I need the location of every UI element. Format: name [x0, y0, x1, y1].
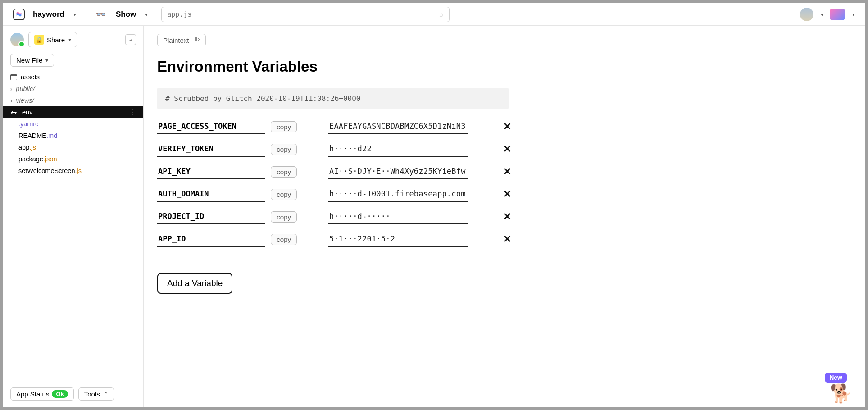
search-input[interactable]: [167, 10, 439, 18]
glasses-icon[interactable]: 👓: [96, 9, 106, 19]
status-badge: Ok: [52, 390, 68, 398]
env-var-value-input[interactable]: [328, 187, 468, 202]
env-var-name-input[interactable]: [157, 209, 265, 224]
user-avatar-2[interactable]: [830, 9, 845, 20]
chevron-right-icon: ›: [10, 86, 12, 92]
delete-var-button[interactable]: ✕: [500, 166, 515, 178]
delete-var-button[interactable]: ✕: [500, 121, 515, 132]
lock-icon: 🔒: [34, 35, 44, 45]
search-input-container[interactable]: ⌕: [161, 7, 450, 22]
chevron-right-icon: ›: [10, 97, 12, 104]
copy-button[interactable]: copy: [271, 166, 297, 178]
delete-var-button[interactable]: ✕: [500, 188, 515, 200]
new-file-label: New File: [16, 56, 42, 64]
file-menu-icon[interactable]: ⋮: [129, 109, 136, 116]
assets-icon: [10, 74, 17, 80]
env-var-row: copy✕: [157, 228, 509, 251]
file-tree: assets › public/ › views/ 🗝 .env ⋮ .yarn…: [3, 71, 143, 177]
delete-var-button[interactable]: ✕: [500, 211, 515, 223]
env-vars-list: copy✕copy✕copy✕copy✕copy✕copy✕: [157, 115, 509, 251]
env-var-name-input[interactable]: [157, 119, 265, 134]
file-yarnrc[interactable]: .yarnrc: [3, 118, 143, 130]
glitch-logo[interactable]: [13, 9, 25, 20]
env-var-row: copy✕: [157, 160, 509, 183]
key-icon: 🗝: [10, 109, 17, 116]
project-avatar[interactable]: [10, 33, 24, 46]
file-app-js[interactable]: app.js: [3, 141, 143, 153]
user-avatar-1[interactable]: [800, 8, 813, 21]
env-var-name-input[interactable]: [157, 232, 265, 247]
file-env[interactable]: 🗝 .env ⋮: [3, 106, 143, 118]
plaintext-label: Plaintext: [163, 36, 189, 44]
share-label: Share: [47, 36, 65, 44]
copy-button[interactable]: copy: [271, 234, 297, 245]
env-var-row: copy✕: [157, 183, 509, 205]
folder-public[interactable]: › public/: [3, 83, 143, 95]
env-var-row: copy✕: [157, 138, 509, 160]
env-var-name-input[interactable]: [157, 141, 265, 157]
copy-button[interactable]: copy: [271, 144, 297, 155]
env-var-row: copy✕: [157, 115, 509, 138]
page-title: Environment Variables: [157, 58, 851, 75]
file-setwelcomescreen-js[interactable]: setWelcomeScreen.js: [3, 165, 143, 177]
folder-views[interactable]: › views/: [3, 95, 143, 106]
share-button[interactable]: 🔒 Share ▾: [28, 32, 77, 47]
copy-button[interactable]: copy: [271, 121, 297, 132]
env-var-value-input[interactable]: [328, 141, 468, 157]
editor-content: Plaintext 👁 Environment Variables # Scru…: [144, 26, 865, 407]
add-variable-button[interactable]: Add a Variable: [157, 273, 232, 294]
new-file-button[interactable]: New File ▾: [10, 54, 54, 67]
copy-button[interactable]: copy: [271, 189, 297, 200]
sidebar: 🔒 Share ▾ ◂ New File ▾ assets ›: [3, 26, 144, 407]
tools-button[interactable]: Tools ⌃: [78, 387, 114, 401]
file-assets[interactable]: assets: [3, 71, 143, 83]
env-var-value-input[interactable]: [328, 164, 468, 179]
chevron-down-icon[interactable]: ▾: [852, 11, 855, 18]
new-badge[interactable]: New: [825, 373, 847, 383]
env-var-name-input[interactable]: [157, 187, 265, 202]
delete-var-button[interactable]: ✕: [500, 143, 515, 155]
project-name[interactable]: hayword: [33, 10, 64, 19]
file-package-json[interactable]: package.json: [3, 153, 143, 165]
scrubbed-banner: # Scrubbed by Glitch 2020-10-19T11:08:26…: [157, 88, 509, 109]
env-var-value-input[interactable]: [328, 119, 468, 134]
status-label: App Status: [16, 390, 49, 398]
tools-label: Tools: [84, 390, 100, 398]
glitch-mascot-icon[interactable]: 🐕: [830, 383, 852, 404]
env-var-name-input[interactable]: [157, 164, 265, 179]
chevron-down-icon: ▾: [45, 57, 48, 64]
file-readme[interactable]: README.md: [3, 130, 143, 141]
env-var-value-input[interactable]: [328, 209, 468, 224]
eye-icon: 👁: [193, 36, 200, 44]
show-button[interactable]: Show: [116, 10, 136, 19]
env-var-row: copy✕: [157, 205, 509, 228]
copy-button[interactable]: copy: [271, 211, 297, 223]
chevron-down-icon[interactable]: ▾: [73, 11, 76, 18]
chevron-down-icon[interactable]: ▾: [821, 11, 823, 18]
env-var-value-input[interactable]: [328, 232, 468, 247]
search-icon[interactable]: ⌕: [439, 10, 444, 18]
delete-var-button[interactable]: ✕: [500, 233, 515, 245]
plaintext-toggle[interactable]: Plaintext 👁: [157, 34, 206, 46]
collapse-sidebar-button[interactable]: ◂: [125, 34, 136, 45]
chevron-down-icon[interactable]: ▾: [145, 11, 148, 18]
topbar: hayword ▾ 👓 Show ▾ ⌕ ▾ ▾: [3, 3, 865, 26]
chevron-up-icon: ⌃: [104, 391, 108, 397]
chevron-down-icon: ▾: [68, 36, 71, 43]
app-status-button[interactable]: App Status Ok: [10, 387, 74, 401]
